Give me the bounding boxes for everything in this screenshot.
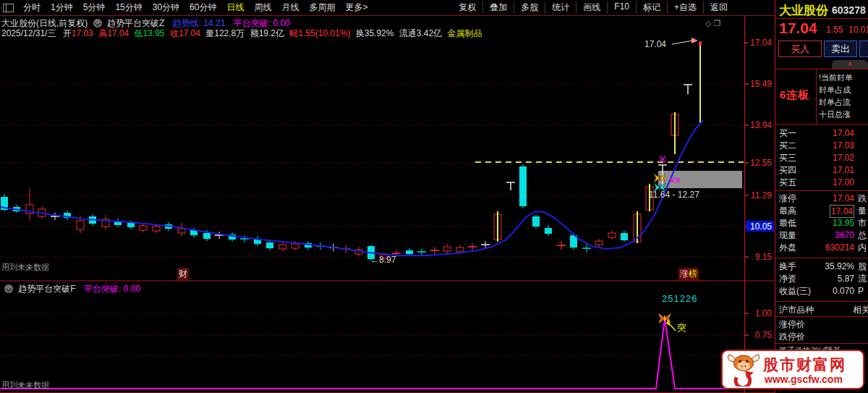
- svg-text:0.75: 0.75: [755, 330, 773, 340]
- stat-label: 净资: [779, 274, 796, 284]
- breakout-signal-label: 突: [677, 321, 686, 334]
- chart-corner-icons: ◇ ❐: [705, 19, 720, 28]
- quote-panel: 大业股份 603278 17.04 1.55 10.01% 买入 卖出 ∧ 6连…: [775, 0, 868, 393]
- btn-back[interactable]: 返回: [703, 1, 734, 14]
- stat-label2: 跌: [858, 193, 867, 204]
- stock-code: 603278: [832, 4, 866, 16]
- industry-tag[interactable]: 金属制品: [447, 28, 482, 38]
- layout-icon[interactable]: [3, 4, 14, 12]
- close-value: 17.04: [179, 28, 200, 38]
- seal-line: !当前封单: [819, 72, 853, 84]
- bid-row-1[interactable]: 买一17.04: [779, 127, 868, 139]
- btn-f10[interactable]: F10: [607, 1, 636, 14]
- sell-button[interactable]: 卖出: [824, 41, 857, 57]
- stat-outer-vol: 外盘630214内: [779, 242, 868, 253]
- tab-5min[interactable]: 5分钟: [83, 1, 106, 14]
- collapse-indicator-icon[interactable]: [93, 19, 102, 28]
- tab-60min[interactable]: 60分钟: [190, 1, 216, 14]
- period-menubar: 分时 1分钟 5分钟 15分钟 30分钟 60分钟 日线 周线 月线 多周期 更…: [0, 0, 775, 16]
- stat-label: 最低: [779, 218, 796, 228]
- split-pane-icon[interactable]: ❐: [714, 19, 721, 28]
- chevron-up-icon: ∧: [832, 60, 868, 67]
- volume-label: 量: [205, 28, 214, 38]
- stat-label2: P: [858, 285, 864, 297]
- svg-text:15.49: 15.49: [750, 79, 772, 89]
- row-label: 涨停价: [779, 319, 805, 329]
- bid-price: 17.04: [833, 127, 854, 139]
- tab-1min[interactable]: 1分钟: [51, 1, 73, 14]
- tool-menu: 复权 叠加 多股 统计 画线 F10 标记 +自选 返回: [452, 1, 734, 14]
- seal-divider: [816, 69, 817, 124]
- btn-statistics[interactable]: 统计: [545, 1, 576, 14]
- btn-overlay[interactable]: 叠加: [482, 1, 514, 14]
- seal-line: 十日总涨: [819, 109, 853, 121]
- trade-more-button[interactable]: [859, 41, 868, 57]
- stat-high: 最高17.04量: [779, 205, 868, 216]
- site-logo[interactable]: 股市财富网 www.gscfw.com: [721, 350, 864, 389]
- tab-multi-period[interactable]: 多周期: [309, 1, 335, 14]
- section-hu-market[interactable]: 沪市品种相关: [779, 304, 868, 316]
- price-change: 1.55: [826, 25, 843, 35]
- change-value: 1.55(10.01%): [298, 28, 350, 38]
- last-price: 17.04: [779, 20, 817, 37]
- sub-indicator-name[interactable]: 趋势平台突破F: [18, 284, 75, 294]
- change-label: 幅: [289, 28, 298, 38]
- limit-up-price-row: 涨停价: [779, 318, 868, 330]
- high-value: 17.04: [107, 28, 129, 38]
- svg-text:10.05: 10.05: [750, 221, 772, 232]
- stat-limit-up: 涨停17.04跌: [779, 193, 868, 204]
- collapse-tab[interactable]: ∧: [832, 60, 868, 69]
- tab-15min[interactable]: 15分钟: [115, 1, 142, 14]
- open-label: 开: [63, 28, 72, 38]
- stat-low: 最低13.95市: [779, 217, 868, 229]
- tab-30min[interactable]: 30分钟: [153, 1, 179, 14]
- btn-multi-stock[interactable]: 多股: [514, 1, 545, 14]
- stat-label2: 总: [858, 229, 867, 241]
- tab-weekly[interactable]: 周线: [254, 1, 271, 14]
- svg-text:13.94: 13.94: [750, 120, 772, 130]
- buy-button[interactable]: 买入: [778, 41, 822, 57]
- board-tag[interactable]: 涨榜: [678, 268, 699, 280]
- bull-icon: [725, 352, 762, 386]
- bid-price: 17.01: [833, 164, 854, 176]
- svg-text:12.55: 12.55: [750, 158, 772, 168]
- turnover-label: 换: [356, 28, 365, 38]
- collapse-sub-indicator-icon[interactable]: [4, 284, 13, 293]
- stat-turnover: 换手35.92%股: [779, 261, 868, 272]
- future-data-note-main: 用到未来数据: [1, 262, 49, 273]
- logo-site-url[interactable]: www.gscfw.com: [765, 373, 843, 385]
- btn-mark[interactable]: 标记: [636, 1, 667, 14]
- stat-value: 35.92%: [825, 261, 854, 272]
- stat-value: 630214: [825, 242, 854, 253]
- tab-monthly[interactable]: 月线: [281, 1, 299, 14]
- svg-text:11.29: 11.29: [751, 190, 772, 200]
- tab-more[interactable]: 更多>: [345, 1, 367, 14]
- bid-row-5[interactable]: 买五17.00: [779, 177, 868, 188]
- stock-name[interactable]: 大业股份: [779, 2, 828, 19]
- open-value: 17.03: [72, 28, 93, 38]
- btn-add-watchlist[interactable]: +自选: [667, 1, 703, 14]
- watermark-cai: 财: [177, 268, 189, 280]
- close-label: 收: [170, 28, 179, 38]
- bid-row-2[interactable]: 买二17.03: [779, 140, 868, 151]
- btn-draw-line[interactable]: 画线: [576, 1, 607, 14]
- sub-break-label: 平台突破:: [84, 284, 121, 294]
- tab-fenshi[interactable]: 分时: [23, 1, 41, 14]
- bid-label: 买二: [779, 140, 796, 151]
- signal-date-label: 251226: [662, 293, 697, 304]
- svg-text:1.00: 1.00: [755, 308, 773, 318]
- diamond-icon[interactable]: ◇: [705, 19, 711, 28]
- logo-site-name: 股市财富网: [763, 355, 846, 375]
- bid-row-4[interactable]: 买四17.01: [779, 164, 868, 176]
- bid-label: 买五: [779, 177, 796, 187]
- bid-row-3[interactable]: 买三17.02: [779, 152, 868, 164]
- tab-daily[interactable]: 日线: [226, 1, 244, 14]
- sub-break-value: 0.00: [124, 284, 140, 294]
- btn-adjust-price[interactable]: 复权: [452, 1, 482, 14]
- sub-indicator-header: 趋势平台突破F 平台突破: 0.00: [1, 283, 140, 295]
- indicator-name[interactable]: 趋势平台突破Z: [107, 18, 164, 28]
- stat-label2: 流: [858, 273, 867, 284]
- trend-value: 14.21: [203, 18, 225, 28]
- high-label: 高: [98, 28, 107, 38]
- bar-date: 2025/12/31/三: [1, 28, 56, 38]
